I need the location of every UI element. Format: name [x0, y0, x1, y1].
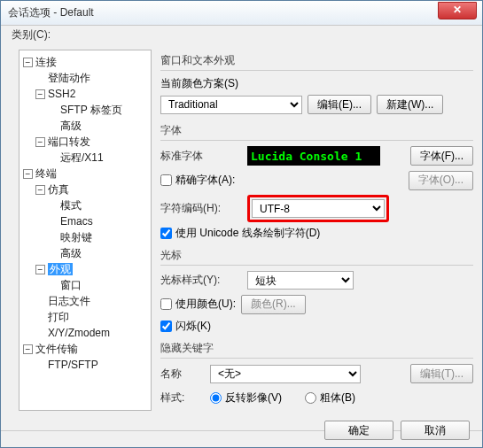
tree-log-file[interactable]: 日志文件: [35, 293, 149, 309]
unicode-lines-checkbox[interactable]: 使用 Unicode 线条绘制字符(D): [160, 226, 473, 241]
tree-xyzmodem[interactable]: X/Y/Zmodem: [35, 325, 149, 341]
cursor-style-select[interactable]: 短块: [247, 271, 354, 290]
tree-advanced-2[interactable]: 高级: [48, 245, 149, 261]
collapse-icon[interactable]: −: [23, 58, 33, 67]
precise-font-checkbox[interactable]: 精确字体(A):: [160, 173, 235, 188]
blink-checkbox[interactable]: 闪烁(K): [160, 319, 473, 334]
window-title: 会话选项 - Default: [8, 5, 438, 20]
tree-advanced-1[interactable]: 高级: [48, 118, 149, 134]
cursor-style-label: 光标样式(Y):: [160, 273, 242, 288]
color-scheme-select[interactable]: Traditional: [160, 96, 302, 114]
dialog-window: 会话选项 - Default ✕ 类别(C): −连接 登陆动作 −SSH2 S…: [0, 0, 483, 448]
tree-ssh2[interactable]: −SSH2 SFTP 标签页 高级: [35, 86, 149, 134]
tree-emacs[interactable]: Emacs: [48, 213, 149, 229]
tree-appearance[interactable]: −外观 窗口: [35, 261, 149, 293]
category-label: 类别(C):: [1, 26, 482, 44]
font-preview: Lucida Console 1: [247, 146, 380, 166]
tree-connection[interactable]: −连接 登陆动作 −SSH2 SFTP 标签页 高级 −端口转发 远程/X11: [23, 54, 149, 166]
tree-window[interactable]: 窗口: [48, 277, 149, 293]
cursor-group-label: 光标: [160, 248, 473, 263]
style-reverse-radio[interactable]: 反转影像(V): [210, 390, 282, 406]
name-label: 名称: [160, 367, 205, 382]
ok-button[interactable]: 确定: [324, 421, 393, 440]
tree-file-transfer[interactable]: −文件传输 FTP/SFTP: [23, 341, 149, 373]
tree-login-action[interactable]: 登陆动作: [35, 70, 149, 86]
collapse-icon[interactable]: −: [23, 344, 33, 354]
collapse-icon[interactable]: −: [35, 89, 45, 99]
new-scheme-button[interactable]: 新建(W)...: [377, 95, 443, 114]
collapse-icon[interactable]: −: [23, 169, 33, 179]
highlight-box: UTF-8: [247, 195, 389, 222]
collapse-icon[interactable]: −: [35, 185, 45, 195]
tree-ftp-sftp[interactable]: FTP/SFTP: [35, 357, 149, 373]
collapse-icon[interactable]: −: [35, 137, 45, 147]
keyword-name-select[interactable]: <无>: [210, 365, 361, 383]
tree-terminal[interactable]: −终端 −仿真 模式 Emacs 映射键 高级 −外观 窗口: [23, 166, 149, 341]
titlebar: 会话选项 - Default ✕: [1, 1, 482, 26]
category-tree[interactable]: −连接 登陆动作 −SSH2 SFTP 标签页 高级 −端口转发 远程/X11: [19, 50, 152, 411]
standard-font-label: 标准字体: [160, 149, 242, 164]
close-icon[interactable]: ✕: [438, 2, 477, 19]
tree-port-forward[interactable]: −端口转发 远程/X11: [35, 134, 149, 166]
edit-scheme-button[interactable]: 编辑(E)...: [308, 95, 371, 114]
tree-mapping-keys[interactable]: 映射键: [48, 229, 149, 245]
color-button: 颜色(R)...: [241, 295, 306, 314]
charset-label: 字符编码(H):: [160, 201, 242, 216]
dialog-footer: 确定 取消: [324, 421, 470, 440]
panel-heading: 窗口和文本外观: [160, 53, 473, 68]
tree-print[interactable]: 打印: [35, 309, 149, 325]
font-o-button: 字体(O)...: [409, 171, 473, 190]
tree-mode[interactable]: 模式: [48, 197, 149, 213]
font-button[interactable]: 字体(F)...: [410, 146, 473, 166]
tree-remote-x11[interactable]: 远程/X11: [48, 150, 149, 166]
charset-select[interactable]: UTF-8: [252, 199, 385, 218]
keywords-group-label: 隐藏关键字: [160, 341, 473, 356]
scheme-label: 当前颜色方案(S): [160, 76, 473, 91]
style-label: 样式:: [160, 390, 205, 406]
edit-keyword-button: 编辑(T)...: [410, 364, 473, 383]
use-color-checkbox[interactable]: 使用颜色(U):: [160, 297, 236, 312]
tree-emulation[interactable]: −仿真 模式 Emacs 映射键 高级: [35, 182, 149, 261]
tree-sftp-tabs[interactable]: SFTP 标签页: [48, 102, 149, 118]
settings-panel: 窗口和文本外观 当前颜色方案(S) Traditional 编辑(E)... 新…: [152, 50, 473, 425]
cancel-button[interactable]: 取消: [401, 421, 470, 440]
font-group-label: 字体: [160, 123, 473, 138]
collapse-icon[interactable]: −: [35, 265, 45, 274]
style-bold-radio[interactable]: 粗体(B): [305, 390, 355, 406]
